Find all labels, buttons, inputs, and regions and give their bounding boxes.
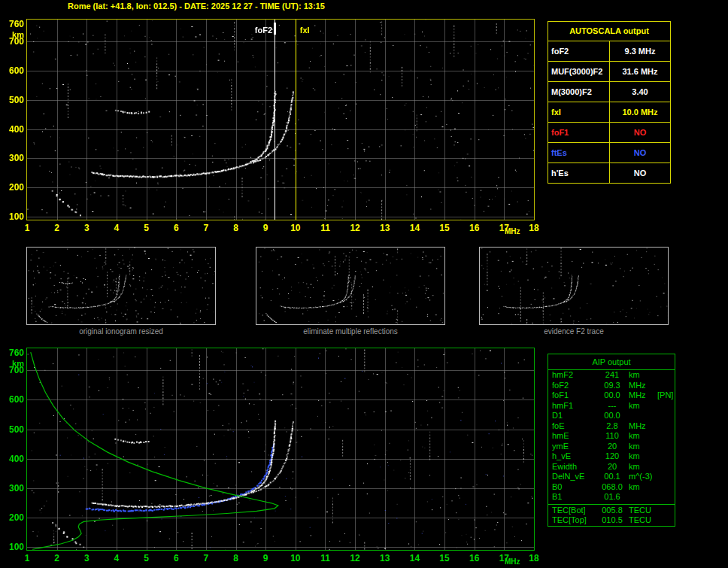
autoscala-window: Rome (lat: +41.8, lon: 012.5) - DATE: 20… — [0, 0, 728, 568]
x-tick-label: 4 — [108, 553, 125, 563]
y-tick-label: 600 — [2, 65, 24, 76]
y-tick-label: 760 — [2, 19, 24, 29]
aip-row-label: B1 — [548, 492, 597, 503]
x-tick-label: 13 — [377, 223, 393, 233]
x-tick-label: 11 — [317, 223, 333, 233]
aip-row-unit — [627, 492, 657, 503]
aip-row-label: hmE — [548, 431, 597, 442]
aip-row-value: 09.3 — [597, 381, 627, 391]
y-tick-label: 500 — [2, 95, 24, 105]
autoscala-table-row: ftEsNO — [548, 143, 670, 163]
aip-row-note — [657, 381, 675, 391]
aip-row-unit: km — [627, 401, 657, 412]
autoscala-row-label: fxI — [548, 102, 610, 122]
thumbnail-caption: original ionogram resized — [26, 327, 216, 336]
aip-row-label: hmF2 — [548, 370, 597, 381]
autoscala-row-value: NO — [610, 143, 670, 163]
x-tick-label: 4 — [108, 223, 125, 233]
autoscala-table-row: foF1NO — [548, 123, 670, 143]
aip-row-label: foF1 — [548, 390, 597, 401]
thumbnail-eliminate-reflections — [256, 247, 445, 325]
x-tick-label: 15 — [436, 553, 453, 563]
aip-row-value: 2.8 — [597, 421, 627, 432]
bottom-ionogram-plot — [26, 348, 535, 551]
aip-row-unit: km — [627, 370, 657, 381]
aip-row-unit: TECU — [627, 506, 657, 516]
autoscala-table-title: AUTOSCALA output — [548, 22, 670, 41]
aip-row-note — [657, 401, 675, 412]
y-tick-label: 100 — [2, 211, 24, 222]
autoscala-table-row: h'EsNO — [548, 163, 670, 183]
y-tick-label: 300 — [2, 483, 24, 494]
aip-tec-row: TEC[Top]010.5TECU — [548, 515, 675, 526]
thumbnail-canvas — [480, 248, 668, 324]
x-tick-label: 3 — [78, 223, 95, 233]
autoscala-row-value: 3.40 — [610, 82, 670, 102]
aip-table-row: D100.0 — [548, 411, 675, 421]
aip-output-table: AIP output hmF2241kmfoF209.3MHzfoF100.0M… — [548, 354, 675, 527]
aip-row-unit: km — [627, 442, 657, 452]
autoscala-row-value: NO — [610, 123, 670, 142]
aip-row-note — [657, 462, 675, 472]
x-tick-label: 16 — [466, 553, 483, 563]
y-tick-label: 400 — [2, 124, 24, 135]
aip-row-note — [657, 451, 675, 462]
aip-row-label: Ewidth — [548, 462, 597, 472]
y-tick-label: 300 — [2, 153, 24, 163]
aip-table-rows: hmF2241kmfoF209.3MHzfoF100.0MHz[PN]hmF1-… — [548, 370, 675, 503]
y-tick-label: 400 — [2, 454, 24, 464]
autoscala-output-table: AUTOSCALA output foF29.3 MHzMUF(3000)F23… — [548, 21, 671, 184]
y-tick-label: 600 — [2, 394, 24, 405]
autoscala-row-label: h'Es — [548, 163, 610, 183]
autoscala-row-value: 31.6 MHz — [610, 62, 670, 81]
x-tick-label: 8 — [228, 223, 244, 233]
aip-row-unit: MHz — [627, 390, 657, 401]
aip-row-label: hmF1 — [548, 401, 597, 412]
aip-table-row: h_vE120km — [548, 451, 675, 462]
x-tick-label: 7 — [198, 553, 214, 563]
x-tick-label: 9 — [257, 553, 274, 563]
y-tick-label: 760 — [2, 348, 24, 358]
thumbnail-canvas — [256, 248, 444, 324]
aip-tec-rows: TEC[Bot]005.8TECUTEC[Top]010.5TECU — [548, 506, 675, 526]
x-tick-label: 11 — [317, 553, 333, 563]
aip-row-note — [657, 515, 675, 526]
autoscala-row-label: ftEs — [548, 143, 610, 163]
x-tick-label: 12 — [347, 553, 363, 563]
x-tick-label: 10 — [287, 553, 304, 563]
aip-row-unit: MHz — [627, 421, 657, 432]
aip-row-label: TEC[Top] — [548, 515, 597, 526]
aip-row-label: foE — [548, 421, 597, 432]
aip-row-note — [657, 442, 675, 452]
aip-table-title: AIP output — [548, 354, 675, 370]
y-tick-label: 200 — [2, 512, 24, 523]
top-ionogram-canvas — [27, 20, 534, 220]
aip-row-value: 068.0 — [597, 482, 627, 493]
aip-row-note: [PN] — [657, 390, 675, 401]
autoscala-row-value: 10.0 MHz — [610, 102, 670, 122]
thumbnail-original-ionogram — [26, 247, 216, 325]
station-header: Rome (lat: +41.8, lon: 012.5) - DATE: 20… — [68, 2, 325, 11]
autoscala-table-row: M(3000)F23.40 — [548, 82, 670, 102]
autoscala-row-value: NO — [610, 163, 670, 183]
aip-table-row: B0068.0km — [548, 482, 675, 493]
aip-row-value: 00.0 — [597, 390, 627, 401]
aip-table-row: hmE110km — [548, 431, 675, 442]
x-tick-label: 18 — [526, 553, 542, 563]
aip-table-row: hmF2241km — [548, 370, 675, 381]
aip-row-unit: TECU — [627, 515, 657, 526]
aip-row-note — [657, 492, 675, 503]
y-tick-label: 200 — [2, 182, 24, 193]
aip-row-label: DelN_vE — [548, 472, 597, 482]
aip-table-row: hmF1---km — [548, 401, 675, 412]
x-tick-label: 3 — [78, 553, 95, 563]
autoscala-row-label: M(3000)F2 — [548, 82, 610, 102]
autoscala-table-row: foF29.3 MHz — [548, 41, 670, 62]
aip-row-note — [657, 482, 675, 493]
x-tick-label: 15 — [436, 223, 453, 233]
x-tick-label: 2 — [49, 553, 65, 563]
x-tick-label: 6 — [168, 553, 184, 563]
aip-table-row: DelN_vE00.1m^(-3) — [548, 472, 675, 482]
fof2-marker-label: foF2 — [242, 26, 272, 35]
x-tick-label: 1 — [19, 223, 35, 233]
